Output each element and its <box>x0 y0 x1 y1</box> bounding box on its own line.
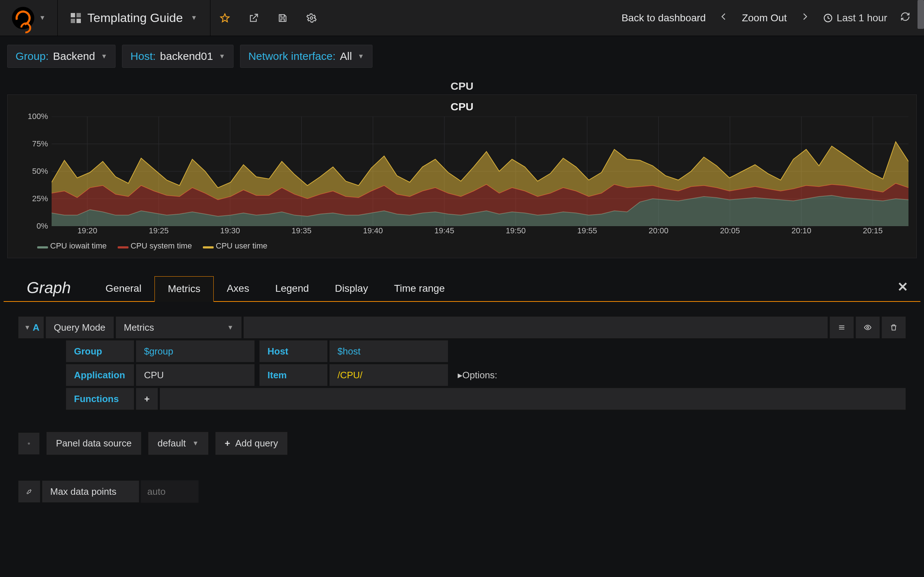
legend-item[interactable]: CPU system time <box>118 241 192 251</box>
chevron-down-icon: ▼ <box>358 53 364 60</box>
save-button[interactable] <box>268 0 297 36</box>
advanced-toggle[interactable] <box>18 480 40 503</box>
panel-title[interactable]: CPU <box>16 101 908 113</box>
time-range-picker[interactable]: Last 1 hour <box>823 12 887 24</box>
max-data-points-label: Max data points <box>42 480 139 503</box>
query-toggle[interactable]: ▼ A <box>18 316 44 338</box>
time-range-label: Last 1 hour <box>837 12 887 24</box>
chevron-down-icon: ▼ <box>192 440 199 447</box>
panel-datasource-label: Panel data source <box>46 432 142 455</box>
panel-cpu: CPU 0%25%50%75%100% 19:2019:2519:3019:35… <box>7 95 917 258</box>
query-menu-button[interactable] <box>829 316 854 338</box>
options-toggle[interactable]: ▸ Options: <box>450 364 505 386</box>
chevron-down-icon: ▼ <box>227 324 234 331</box>
chevron-down-icon: ▼ <box>39 14 46 22</box>
legend-item[interactable]: CPU user time <box>203 241 267 251</box>
scrollbar[interactable] <box>918 0 924 29</box>
time-forward-button[interactable] <box>797 11 813 24</box>
svg-point-23 <box>867 326 869 329</box>
max-data-points-input[interactable] <box>141 480 199 503</box>
tab-display[interactable]: Display <box>322 276 381 301</box>
chart-plot-area[interactable] <box>52 116 908 226</box>
query-mode-select[interactable]: Metrics ▼ <box>115 316 242 338</box>
tab-metrics[interactable]: Metrics <box>155 276 214 302</box>
dashboard-icon <box>71 13 81 23</box>
add-function-button[interactable]: + <box>136 388 158 410</box>
add-query-button[interactable]: + Add query <box>215 432 288 455</box>
variable-group[interactable]: Group: Backend ▼ <box>7 45 115 68</box>
gear-icon <box>307 13 317 23</box>
time-back-button[interactable] <box>716 11 732 24</box>
tab-legend[interactable]: Legend <box>262 276 321 301</box>
field-label-functions: Functions <box>66 388 134 410</box>
chart-x-axis: 19:2019:2519:3019:3519:4019:4519:5019:55… <box>52 226 908 235</box>
chart-y-axis: 0%25%50%75%100% <box>16 116 52 226</box>
settings-button[interactable] <box>297 0 326 36</box>
chevron-down-icon: ▼ <box>191 14 197 22</box>
zoom-out-button[interactable]: Zoom Out <box>742 12 787 24</box>
dashboard-title: Templating Guide <box>87 11 183 25</box>
row-title[interactable]: CPU <box>0 76 924 95</box>
share-button[interactable] <box>239 0 268 36</box>
variable-host[interactable]: Host: backend01 ▼ <box>122 45 234 68</box>
navbar: ▼ Templating Guide ▼ Back to dashboard Z… <box>0 0 924 36</box>
tab-time-range[interactable]: Time range <box>381 276 458 301</box>
field-value-host[interactable]: $host <box>329 340 448 363</box>
field-value-application[interactable]: CPU <box>136 364 255 386</box>
tab-general[interactable]: General <box>92 276 155 301</box>
panel-datasource-select[interactable]: default ▼ <box>148 432 208 455</box>
svg-point-1 <box>310 16 313 19</box>
chevron-down-icon: ▼ <box>24 324 31 331</box>
query-delete-button[interactable] <box>881 316 906 338</box>
field-label-group: Group <box>66 340 134 363</box>
field-label-host: Host <box>259 340 328 363</box>
star-button[interactable] <box>210 0 239 36</box>
field-value-group[interactable]: $group <box>136 340 255 363</box>
wrench-icon <box>26 487 32 496</box>
refresh-icon <box>900 11 910 22</box>
hamburger-icon <box>838 322 846 332</box>
legend-item[interactable]: CPU iowait time <box>37 241 107 251</box>
grafana-logo-icon <box>12 7 34 29</box>
query-visibility-button[interactable] <box>855 316 880 338</box>
svg-marker-0 <box>221 14 229 22</box>
back-to-dashboard-link[interactable]: Back to dashboard <box>622 12 706 24</box>
database-icon <box>28 438 30 449</box>
star-icon <box>220 13 230 23</box>
close-editor-button[interactable]: ✕ <box>890 277 915 301</box>
field-label-item: Item <box>259 364 328 386</box>
trash-icon <box>890 322 898 332</box>
functions-spacer <box>160 388 906 410</box>
chevron-down-icon: ▼ <box>101 53 107 60</box>
template-variable-row: Group: Backend ▼ Host: backend01 ▼ Netwo… <box>0 36 924 76</box>
query-mode-label: Query Mode <box>45 316 114 338</box>
query-spacer <box>243 316 828 338</box>
dashboard-picker[interactable]: Templating Guide ▼ <box>58 0 210 36</box>
query-ref-id: A <box>33 322 40 333</box>
refresh-button[interactable] <box>897 11 913 24</box>
field-value-item[interactable]: /CPU/ <box>329 364 448 386</box>
brand-menu[interactable]: ▼ <box>0 0 58 36</box>
variable-network-interface[interactable]: Network interface: All ▼ <box>240 45 373 68</box>
field-label-application: Application <box>66 364 134 386</box>
panel-editor-header: Graph GeneralMetricsAxesLegendDisplayTim… <box>3 276 921 302</box>
clock-icon <box>823 13 833 23</box>
chart-legend: CPU iowait time CPU system time CPU user… <box>37 241 908 251</box>
panel-editor-body: ▼ A Query Mode Metrics ▼ Group $group Ho… <box>0 302 924 503</box>
tab-axes[interactable]: Axes <box>214 276 262 301</box>
save-icon <box>278 13 288 23</box>
panel-type-label: Graph <box>27 279 71 297</box>
chevron-down-icon: ▼ <box>219 53 225 60</box>
eye-icon <box>864 322 872 332</box>
datasource-icon-button[interactable] <box>18 432 40 455</box>
chevron-right-icon <box>800 11 810 22</box>
share-icon <box>249 13 259 23</box>
editor-tabs: GeneralMetricsAxesLegendDisplayTime rang… <box>92 276 458 301</box>
svg-point-24 <box>28 443 30 443</box>
chevron-left-icon <box>719 11 729 22</box>
